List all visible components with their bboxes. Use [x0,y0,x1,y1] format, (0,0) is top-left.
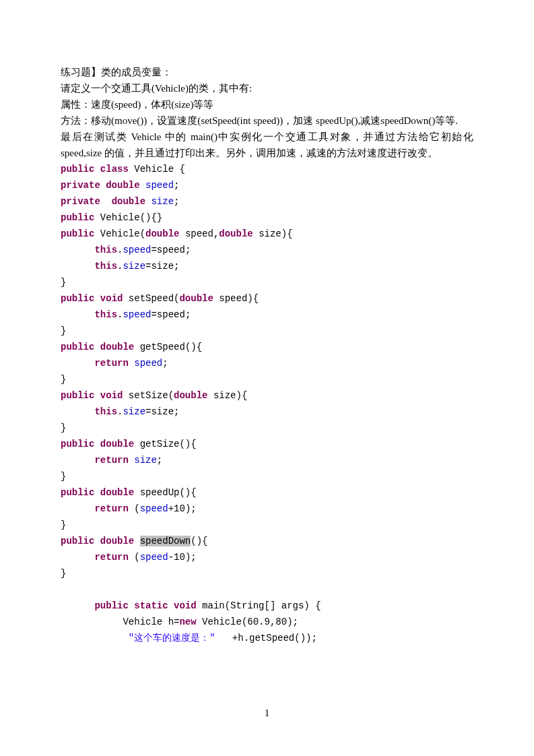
call-getSpeed: getSpeed [249,633,294,643]
ctor-name: Vehicle [100,228,140,239]
kw-public: public [61,390,94,401]
kw-public: public [61,293,94,304]
field-size: size [123,406,145,417]
param-speed: speed [157,309,185,320]
kw-static: static [134,600,168,611]
kw-this: this [94,261,117,272]
param-size: size [259,228,281,239]
literal-minus10: -10 [168,552,185,563]
method-setSpeed: setSpeed [129,293,174,304]
kw-double: double [100,439,134,449]
problem-statement: 练习题】类的成员变量： 请定义一个交通工具(Vehicle)的类，其中有: 属性… [61,64,473,161]
page-number: 1 [0,707,534,719]
field-speed: speed [140,503,168,514]
param-speed: speed [185,228,213,239]
kw-public: public [61,487,94,498]
kw-void: void [100,390,123,401]
kw-private: private [61,180,100,191]
param-speed: speed [157,245,185,255]
kw-double: double [100,536,134,546]
method-speedUp: speedUp [140,487,180,498]
param-size: size [151,406,174,417]
field-speed: speed [134,358,162,369]
field-size: size [123,261,145,272]
code-block: public class Vehicle { private double sp… [61,161,473,646]
param-size: size [213,390,236,401]
class-name: Vehicle [134,164,174,175]
field-speed: speed [123,309,151,320]
kw-double: double [100,342,134,352]
kw-this: this [94,245,117,255]
kw-class: class [100,164,129,175]
field-size: size [151,196,174,207]
method-speedDown: speedDown [140,536,191,546]
kw-return: return [94,552,128,563]
field-speed: speed [145,180,174,191]
kw-new: new [179,617,196,627]
kw-public: public [61,342,94,352]
kw-double: double [112,196,145,207]
prose-line: 练习题】类的成员变量： [61,64,473,80]
kw-this: this [94,406,117,417]
type-String: String [230,600,264,611]
string-literal: "这个车的速度是：" [129,633,215,643]
kw-private: private [61,196,100,207]
method-getSpeed: getSpeed [140,342,185,352]
kw-double: double [179,293,213,304]
kw-return: return [94,455,128,466]
method-main: main [202,600,225,611]
literal-80: 80 [275,617,287,627]
kw-this: this [94,309,117,320]
kw-double: double [219,228,253,239]
literal-609: 60.9 [247,617,270,627]
prose-line: 属性：速度(speed)，体积(size)等等 [61,96,473,113]
ctor-name: Vehicle [100,212,140,223]
field-speed: speed [140,552,168,563]
param-args: args [281,600,304,611]
kw-return: return [94,358,128,369]
kw-double: double [145,228,179,239]
kw-void: void [174,600,197,611]
prose-line: 方法：移动(move())，设置速度(setSpeed(int speed))，… [61,113,473,129]
field-speed: speed [123,245,151,255]
type-Vehicle: Vehicle [123,617,162,627]
prose-line: 最后在测试类 Vehicle 中的 main()中实例化一个交通工具对象，并通过… [61,129,473,161]
kw-public: public [61,439,94,449]
var-h: h [238,633,243,643]
kw-public: public [94,600,128,611]
literal-plus10: +10 [168,503,185,514]
field-size: size [134,455,157,466]
kw-public: public [61,536,94,546]
kw-double: double [174,390,207,401]
method-getSize: getSize [140,439,180,449]
param-size: size [151,261,174,272]
kw-public: public [61,228,94,239]
method-setSize: setSize [129,390,168,401]
kw-double: double [106,180,139,191]
kw-public: public [61,164,94,175]
kw-double: double [100,487,134,498]
kw-void: void [100,293,123,304]
kw-return: return [94,503,128,514]
ctor-call: Vehicle [202,617,242,627]
param-speed: speed [219,293,247,304]
prose-line: 请定义一个交通工具(Vehicle)的类，其中有: [61,80,473,96]
kw-public: public [61,212,94,223]
var-h: h [168,617,174,627]
